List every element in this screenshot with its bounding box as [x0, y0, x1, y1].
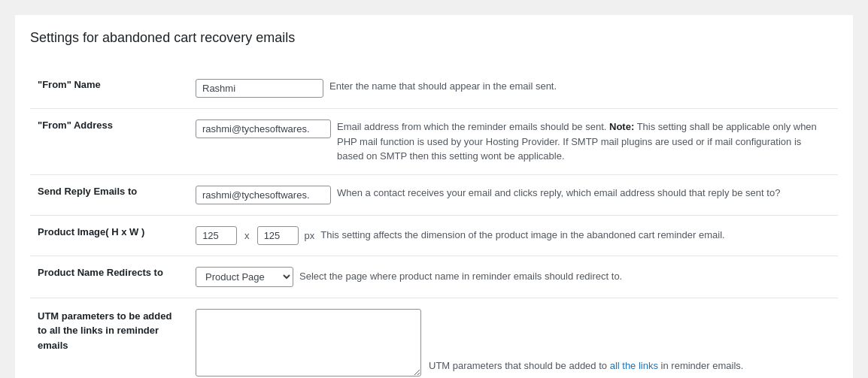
from-address-control: Email address from which the reminder em… — [188, 109, 838, 175]
dimension-separator: x — [243, 230, 251, 241]
from-name-row: "From" Name Enter the name that should a… — [30, 68, 838, 109]
utm-all-links[interactable]: all the links — [610, 360, 661, 371]
reply-to-input[interactable] — [196, 186, 331, 204]
product-image-control: x px This setting affects the dimension … — [188, 215, 838, 256]
utm-params-control: UTM parameters that should be added to a… — [188, 298, 838, 378]
page-title: Settings for abandoned cart recovery ema… — [30, 30, 838, 53]
utm-params-label: UTM parameters to be added to all the li… — [30, 298, 188, 378]
product-redirect-control: Product Page Cart Page Checkout Page Sel… — [188, 256, 838, 298]
from-address-note-bold: Note: — [609, 121, 634, 132]
from-name-control: Enter the name that should appear in the… — [188, 68, 838, 109]
from-name-label: "From" Name — [30, 68, 188, 109]
from-address-label: "From" Address — [30, 109, 188, 175]
px-label: px — [305, 230, 315, 241]
utm-params-textarea[interactable] — [196, 309, 421, 376]
product-redirect-help: Select the page where product name in re… — [299, 269, 830, 284]
product-image-label: Product Image( H x W ) — [30, 215, 188, 256]
utm-params-row: UTM parameters to be added to all the li… — [30, 298, 838, 378]
product-redirect-row: Product Name Redirects to Product Page C… — [30, 256, 838, 298]
from-address-input[interactable] — [196, 119, 331, 138]
from-name-input[interactable] — [196, 79, 323, 98]
settings-table: "From" Name Enter the name that should a… — [30, 68, 838, 378]
product-redirect-label: Product Name Redirects to — [30, 256, 188, 298]
reply-to-label: Send Reply Emails to — [30, 174, 188, 215]
reply-to-control: When a contact receives your email and c… — [188, 174, 838, 215]
product-image-row: Product Image( H x W ) x px This setting… — [30, 215, 838, 256]
product-image-height-input[interactable] — [196, 226, 237, 245]
settings-container: Settings for abandoned cart recovery ema… — [15, 15, 853, 378]
product-redirect-select[interactable]: Product Page Cart Page Checkout Page — [196, 267, 293, 287]
reply-to-help: When a contact receives your email and c… — [337, 186, 830, 201]
from-address-help: Email address from which the reminder em… — [337, 119, 830, 164]
reply-to-row: Send Reply Emails to When a contact rece… — [30, 174, 838, 215]
product-image-help: This setting affects the dimension of th… — [320, 228, 830, 243]
from-name-help: Enter the name that should appear in the… — [329, 79, 830, 94]
from-address-row: "From" Address Email address from which … — [30, 109, 838, 175]
product-image-width-input[interactable] — [257, 226, 299, 245]
utm-params-help: UTM parameters that should be added to a… — [429, 358, 830, 376]
